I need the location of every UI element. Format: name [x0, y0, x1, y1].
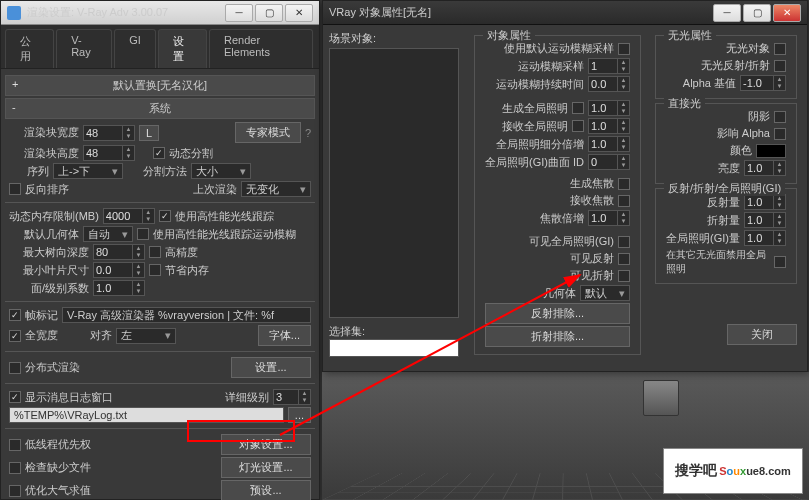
tab-settings[interactable]: 设置	[158, 29, 207, 68]
use-def-mb-checkbox[interactable]	[618, 43, 630, 55]
label: 使用高性能光线跟踪运动模糊	[153, 227, 296, 242]
gen-gi-checkbox[interactable]	[572, 102, 584, 114]
show-log-checkbox[interactable]	[9, 391, 21, 403]
refr-amt-spinner[interactable]: ▲▼	[744, 212, 786, 228]
geom-dropdown[interactable]: 默认	[580, 285, 630, 301]
left-column: 场景对象: 选择集:	[329, 31, 464, 359]
align-dropdown[interactable]: 左	[116, 328, 176, 344]
label: 节省内存	[165, 263, 209, 278]
watermark-logo: 搜学吧 Souxue8.com	[663, 448, 803, 494]
sequence-dropdown[interactable]: 上->下	[53, 163, 123, 179]
expert-mode-button[interactable]: 专家模式	[235, 122, 301, 143]
max-tree-spinner[interactable]: ▲▼	[93, 244, 145, 260]
gen-gi-spinner[interactable]: ▲▼	[588, 100, 630, 116]
frame-stamp-checkbox[interactable]	[9, 309, 21, 321]
rollout-displacement[interactable]: +默认置换[无名汉化]	[5, 75, 315, 96]
vis-refl-checkbox[interactable]	[618, 253, 630, 265]
label: 反向排序	[25, 182, 69, 197]
label: 面/级别系数	[9, 281, 89, 296]
refl-amt-spinner[interactable]: ▲▼	[744, 194, 786, 210]
block-height-spinner[interactable]: ▲▼	[83, 145, 135, 161]
distributed-checkbox[interactable]	[9, 362, 21, 374]
font-button[interactable]: 字体...	[258, 325, 311, 346]
refl-exclude-button[interactable]: 反射排除...	[485, 303, 630, 324]
tab-gi[interactable]: GI	[114, 29, 156, 68]
vis-refr-checkbox[interactable]	[618, 270, 630, 282]
frame-stamp-input[interactable]	[62, 307, 311, 323]
verbose-spinner[interactable]: ▲▼	[273, 389, 311, 405]
close-dialog-button[interactable]: 关闭	[727, 324, 797, 345]
recv-gi-spinner[interactable]: ▲▼	[588, 118, 630, 134]
label: 选择集:	[329, 324, 464, 339]
titlebar[interactable]: VRay 对象属性[无名] ─ ▢ ✕	[323, 1, 807, 25]
panel-body: +默认置换[无名汉化] -系统 渲染块宽度 ▲▼ L 专家模式 ? 渲染块高度 …	[1, 69, 319, 500]
alpha-spinner[interactable]: ▲▼	[740, 75, 786, 91]
low-priority-checkbox[interactable]	[9, 439, 21, 451]
label: 分割方法	[127, 164, 187, 179]
close-button[interactable]: ✕	[773, 4, 801, 22]
label: 全宽度	[25, 328, 58, 343]
log-path-input[interactable]	[9, 407, 284, 423]
titlebar[interactable]: 渲染设置: V-Ray Adv 3.00.07 ─ ▢ ✕	[1, 1, 319, 25]
color-swatch[interactable]	[756, 144, 786, 158]
caustic-mult-spinner[interactable]: ▲▼	[588, 210, 630, 226]
scene-objects-list[interactable]	[329, 48, 459, 318]
maximize-button[interactable]: ▢	[743, 4, 771, 22]
rollout-system[interactable]: -系统	[5, 98, 315, 119]
tab-render-elements[interactable]: Render Elements	[209, 29, 313, 68]
recv-caustics-checkbox[interactable]	[618, 195, 630, 207]
affect-alpha-checkbox[interactable]	[774, 128, 786, 140]
mb-samples-spinner[interactable]: ▲▼	[588, 58, 630, 74]
block-width-spinner[interactable]: ▲▼	[83, 125, 135, 141]
light-settings-button[interactable]: 灯光设置...	[221, 457, 311, 478]
disable-gi-checkbox[interactable]	[774, 256, 786, 268]
def-geom-dropdown[interactable]: 自动	[83, 226, 133, 242]
gi-subdiv-spinner[interactable]: ▲▼	[588, 136, 630, 152]
group-title: 无光属性	[664, 28, 716, 43]
label: 默认几何体	[9, 227, 79, 242]
browse-button[interactable]: ...	[288, 407, 311, 423]
label: 优化大气求值	[25, 483, 91, 498]
l-button[interactable]: L	[139, 125, 159, 141]
face-lvl-spinner[interactable]: ▲▼	[93, 280, 145, 296]
dist-settings-button[interactable]: 设置...	[231, 357, 311, 378]
label: 高精度	[165, 245, 198, 260]
last-render-dropdown[interactable]: 无变化	[241, 181, 311, 197]
mb-dur-spinner[interactable]: ▲▼	[588, 76, 630, 92]
vis-gi-checkbox[interactable]	[618, 236, 630, 248]
save-mem-checkbox[interactable]	[149, 264, 161, 276]
shadow-checkbox[interactable]	[774, 111, 786, 123]
min-leaf-spinner[interactable]: ▲▼	[93, 262, 145, 278]
tab-common[interactable]: 公用	[5, 29, 54, 68]
dyn-mem-spinner[interactable]: ▲▼	[103, 208, 155, 224]
minimize-button[interactable]: ─	[713, 4, 741, 22]
dynamic-split-checkbox[interactable]	[153, 147, 165, 159]
recv-gi-checkbox[interactable]	[572, 120, 584, 132]
div-method-dropdown[interactable]: 大小	[191, 163, 251, 179]
matte-rr-checkbox[interactable]	[774, 60, 786, 72]
opt-atmos-checkbox[interactable]	[9, 485, 21, 497]
selection-set-dropdown[interactable]	[329, 339, 459, 357]
label: 序列	[9, 164, 49, 179]
bright-spinner[interactable]: ▲▼	[744, 160, 786, 176]
check-missing-checkbox[interactable]	[9, 462, 21, 474]
close-button[interactable]: ✕	[285, 4, 313, 22]
label: 场景对象:	[329, 31, 464, 46]
gi-amt-spinner[interactable]: ▲▼	[744, 230, 786, 246]
high-prec-checkbox[interactable]	[149, 246, 161, 258]
refr-exclude-button[interactable]: 折射排除...	[485, 326, 630, 347]
minimize-button[interactable]: ─	[225, 4, 253, 22]
gi-id-spinner[interactable]: ▲▼	[588, 154, 630, 170]
full-width-checkbox[interactable]	[9, 330, 21, 342]
presets-button[interactable]: 预设...	[221, 480, 311, 500]
reverse-checkbox[interactable]	[9, 183, 21, 195]
maximize-button[interactable]: ▢	[255, 4, 283, 22]
object-settings-button[interactable]: 对象设置...	[221, 434, 311, 455]
window-title: VRay 对象属性[无名]	[329, 5, 713, 20]
use-hq-checkbox[interactable]	[159, 210, 171, 222]
viewcube[interactable]	[643, 380, 679, 416]
use-hq-mb-checkbox[interactable]	[137, 228, 149, 240]
gen-caustics-checkbox[interactable]	[618, 178, 630, 190]
tab-vray[interactable]: V-Ray	[56, 29, 112, 68]
matte-obj-checkbox[interactable]	[774, 43, 786, 55]
